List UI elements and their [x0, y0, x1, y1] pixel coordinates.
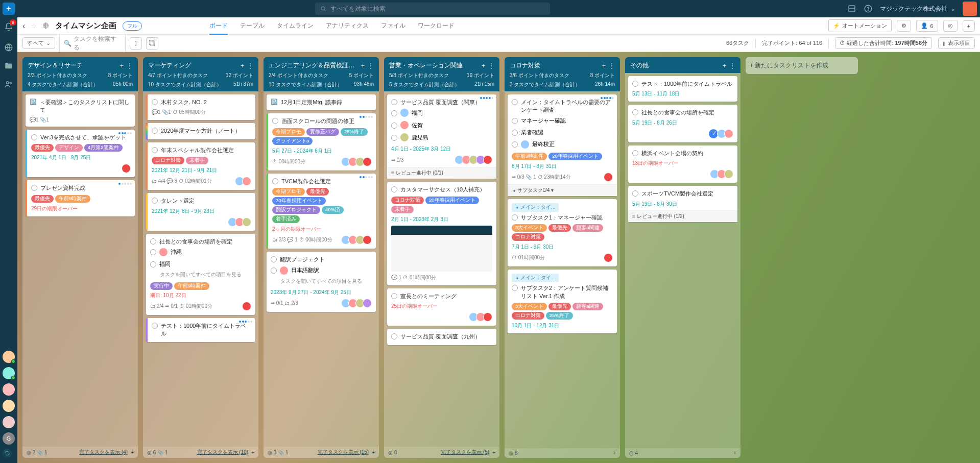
svg-point-3 — [868, 10, 869, 11]
chevron-down-icon: ⌄ — [950, 5, 955, 12]
search-placeholder: すべてを対象に検索 — [330, 5, 386, 13]
svg-point-0 — [321, 7, 325, 10]
search-icon — [320, 6, 326, 12]
help-icon[interactable] — [864, 4, 873, 13]
user-avatar[interactable] — [963, 2, 977, 16]
workspace-switcher[interactable]: マジックテック株式会社 ⌄ — [880, 5, 955, 13]
topbar: + すべてを対象に検索 マジックテック株式会社 ⌄ — [0, 0, 980, 17]
global-create-button[interactable]: + — [3, 3, 15, 15]
scan-icon[interactable] — [847, 4, 856, 13]
global-search[interactable]: すべてを対象に検索 — [315, 3, 550, 15]
